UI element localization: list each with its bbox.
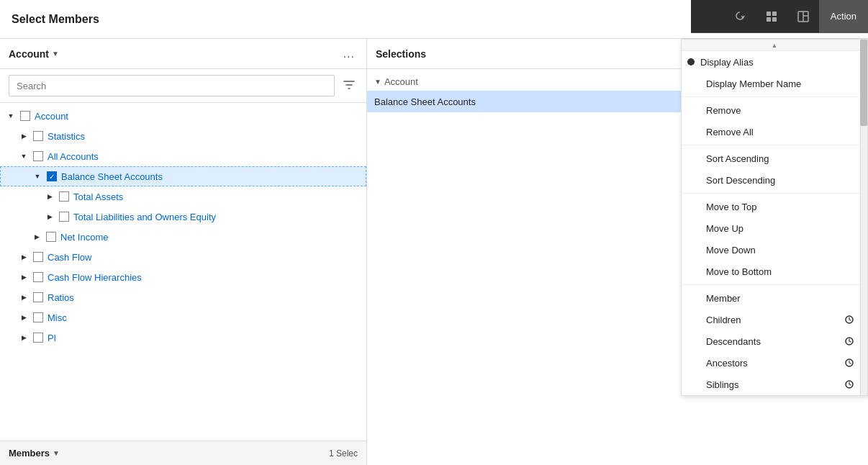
menu-label-display-alias: Display Alias [700,57,754,68]
menu-item-move-to-top[interactable]: Move to Top [682,196,867,217]
expand-all-accounts[interactable]: ▼ [19,151,29,161]
context-scrollbar[interactable] [860,40,867,395]
menu-divider-1 [682,96,867,97]
menu-item-sort-descending[interactable]: Sort Descending [682,169,867,191]
expand-total-assets[interactable]: ▶ [45,191,55,202]
expand-statistics[interactable]: ▶ [19,131,29,141]
menu-label-move-to-top: Move to Top [706,202,757,212]
tree-item-misc-label: Misc [48,312,67,323]
checkbox-total-assets[interactable] [59,191,69,202]
menu-label-descendants: Descendants [693,336,761,347]
expand-ratios[interactable]: ▶ [19,292,29,302]
menu-label-remove: Remove [706,105,741,116]
context-scroll-up[interactable]: ▲ [682,40,867,51]
members-label[interactable]: Members ▼ [9,448,60,459]
checkbox-all-accounts[interactable] [33,151,43,161]
select-count: 1 Selec [329,448,358,459]
search-bar [0,69,366,103]
checkbox-ratios[interactable] [33,292,43,302]
left-panel-title: Account ▼ [9,48,59,60]
checkbox-cash-flow[interactable] [33,252,43,262]
menu-divider-4 [682,284,867,285]
panel-icon-btn[interactable] [787,0,819,33]
menu-item-move-up[interactable]: Move Up [682,217,867,239]
svg-rect-0 [767,12,771,16]
menu-item-descendants[interactable]: Descendants [682,330,867,352]
left-panel-title-text: Account [9,48,49,60]
refresh-icon-btn[interactable] [724,0,756,33]
tree-item-balance-sheet-label: Balance Sheet Accounts [61,171,163,182]
descendants-sub-icon [843,335,856,348]
expand-pl[interactable]: ▶ [19,333,29,343]
account-group-label: Account [384,76,418,87]
tree-item-account[interactable]: ▼ Account [0,106,366,126]
menu-divider-3 [682,193,867,194]
tree-item-cash-flow-hier[interactable]: ▶ Cash Flow Hierarchies [0,267,366,287]
menu-label-children: Children [693,315,741,325]
menu-item-sort-ascending[interactable]: Sort Ascending [682,148,867,169]
checkbox-net-income[interactable] [46,232,56,242]
checkbox-account[interactable] [20,111,30,121]
menu-label-member: Member [706,293,741,304]
action-label: Action [831,11,856,22]
menu-item-ancestors[interactable]: Ancestors [682,352,867,374]
checkbox-statistics[interactable] [33,131,43,141]
left-panel-more-btn[interactable]: ... [340,46,358,62]
checkbox-cash-flow-hier[interactable] [33,272,43,282]
checkbox-pl[interactable] [33,333,43,343]
account-dropdown-arrow[interactable]: ▼ [52,50,59,58]
tree-item-ratios[interactable]: ▶ Ratios [0,287,366,307]
tree-item-pl-label: Pl [48,333,56,343]
tree-item-misc[interactable]: ▶ Misc [0,307,366,328]
members-dropdown-arrow[interactable]: ▼ [53,449,60,457]
tree-item-cash-flow-hier-label: Cash Flow Hierarchies [48,272,142,283]
bottom-bar: Members ▼ 1 Selec [0,441,366,465]
tree-item-total-liabilities[interactable]: ▶ Total Liabilities and Owners Equity [0,207,366,227]
tree-item-ratios-label: Ratios [48,292,74,303]
menu-item-move-to-bottom[interactable]: Move to Bottom [682,261,867,282]
tree-item-net-income-label: Net Income [60,232,108,243]
tree-list: ▼ Account ▶ Statistics ▼ All Accounts [0,103,366,441]
expand-misc[interactable]: ▶ [19,312,29,322]
menu-item-siblings[interactable]: Siblings [682,374,867,395]
menu-item-display-member-name[interactable]: Display Member Name [682,73,867,94]
tree-item-pl[interactable]: ▶ Pl [0,328,366,348]
tree-item-net-income[interactable]: ▶ Net Income [0,227,366,247]
context-scrollbar-thumb[interactable] [860,40,867,126]
tree-item-balance-sheet[interactable]: ▼ ✓ Balance Sheet Accounts [0,166,366,186]
expand-account[interactable]: ▼ [6,111,16,121]
filter-icon-btn[interactable] [340,76,358,96]
tree-item-cash-flow[interactable]: ▶ Cash Flow [0,247,366,267]
menu-item-children[interactable]: Children [682,309,867,330]
checkbox-total-liabilities[interactable] [59,212,69,222]
expand-balance-sheet[interactable]: ▼ [32,171,42,181]
menu-label-move-to-bottom: Move to Bottom [706,266,772,277]
grid-icon-btn[interactable] [756,0,787,33]
menu-item-member[interactable]: Member [682,287,867,309]
menu-label-display-member-name: Display Member Name [706,78,801,89]
tree-item-statistics[interactable]: ▶ Statistics [0,126,366,146]
tree-item-cash-flow-label: Cash Flow [48,252,91,263]
checkbox-balance-sheet[interactable]: ✓ [47,171,57,181]
expand-cash-flow-hier[interactable]: ▶ [19,272,29,282]
expand-net-income[interactable]: ▶ [32,232,42,242]
menu-item-remove[interactable]: Remove [682,99,867,121]
menu-item-display-alias[interactable]: Display Alias [682,51,867,73]
menu-label-siblings: Siblings [693,379,739,390]
tree-item-total-assets[interactable]: ▶ Total Assets [0,186,366,207]
svg-rect-3 [772,17,777,22]
action-button[interactable]: Action [819,0,868,33]
tree-item-total-liabilities-label: Total Liabilities and Owners Equity [73,212,216,222]
svg-rect-2 [767,17,771,22]
tree-item-all-accounts[interactable]: ▼ All Accounts [0,146,366,166]
checkbox-misc[interactable] [33,312,43,322]
expand-cash-flow[interactable]: ▶ [19,252,29,262]
tree-item-statistics-label: Statistics [48,131,85,142]
siblings-sub-icon [843,378,856,391]
tree-item-all-accounts-label: All Accounts [48,151,99,162]
menu-item-remove-all[interactable]: Remove All [682,121,867,143]
expand-total-liabilities[interactable]: ▶ [45,212,55,222]
search-input[interactable] [9,75,335,96]
children-sub-icon [843,313,856,326]
menu-item-move-down[interactable]: Move Down [682,239,867,261]
